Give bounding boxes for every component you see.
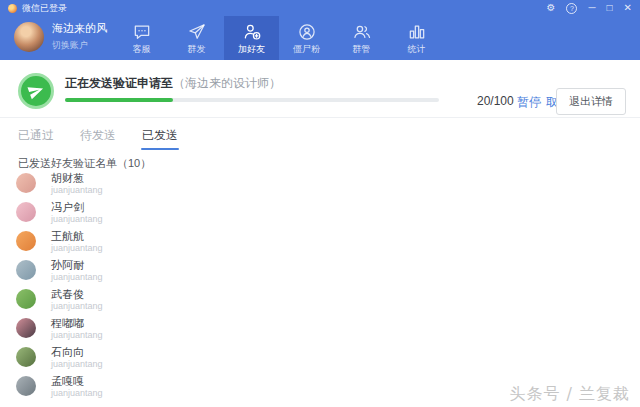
list-item-texts: 孙阿耐 juanjuantang xyxy=(51,259,103,282)
list-item-texts: 孟嘎嘎 juanjuantang xyxy=(51,375,103,398)
tabs-bar: 已通过 待发送 已发送 xyxy=(0,119,640,151)
chat-service-icon xyxy=(132,22,152,42)
statistics-icon xyxy=(407,22,427,42)
list-item-texts: 石向向 juanjuantang xyxy=(51,346,103,369)
add-friend-icon xyxy=(242,22,262,42)
window-controls: ⚙ ? ─ □ ✕ xyxy=(547,3,633,14)
list-item-name: 王航航 xyxy=(51,230,103,242)
main-nav: 客服 群发 加好友 僵尸粉 群管 统计 xyxy=(114,16,444,60)
list-item-name: 程嘟嘟 xyxy=(51,317,103,329)
list-item[interactable]: 石向向 juanjuantang xyxy=(0,346,640,375)
paper-plane-icon xyxy=(24,79,47,102)
minimize-button[interactable]: ─ xyxy=(588,3,595,13)
list-item-subtitle: juanjuantang xyxy=(51,186,103,195)
nav-label: 群发 xyxy=(188,45,206,54)
list-item[interactable]: 胡财葱 juanjuantang xyxy=(0,172,640,201)
list-item-avatar xyxy=(16,173,36,193)
tab-label: 已通过 xyxy=(18,127,54,144)
list-item[interactable]: 冯户剑 juanjuantang xyxy=(0,201,640,230)
list-item-name: 冯户剑 xyxy=(51,201,103,213)
close-button[interactable]: ✕ xyxy=(624,3,632,13)
user-avatar xyxy=(14,22,44,52)
list-item-subtitle: juanjuantang xyxy=(51,215,103,224)
progress-target-text: （海边来的设计师） xyxy=(173,76,281,90)
nav-label: 统计 xyxy=(408,45,426,54)
list-item-avatar xyxy=(16,289,36,309)
list-item-avatar xyxy=(16,347,36,367)
list-item-texts: 程嘟嘟 juanjuantang xyxy=(51,317,103,340)
list-item-subtitle: juanjuantang xyxy=(51,244,103,253)
user-texts: 海边来的风 切换账户 xyxy=(52,21,107,52)
app-title: 微信已登录 xyxy=(22,2,67,15)
group-manage-icon xyxy=(352,22,372,42)
list-item-texts: 武春俊 juanjuantang xyxy=(51,288,103,311)
progress-count: 20/100 xyxy=(477,94,514,108)
nav-item-add-friend[interactable]: 加好友 xyxy=(224,16,279,60)
list-item[interactable]: 王航航 juanjuantang xyxy=(0,230,640,259)
progress-section: 正在发送验证申请至（海边来的设计师） 20/100 暂停 取消 退出详情 xyxy=(0,60,640,118)
nav-item-mass-send[interactable]: 群发 xyxy=(169,16,224,60)
list-item-avatar xyxy=(16,318,36,338)
pause-link[interactable]: 暂停 xyxy=(517,94,541,111)
app-logo-icon xyxy=(8,4,17,13)
list-item-name: 孟嘎嘎 xyxy=(51,375,103,387)
tab-2[interactable]: 已发送 xyxy=(142,119,178,151)
list-item-name: 武春俊 xyxy=(51,288,103,300)
header-navbar: 海边来的风 切换账户 客服 群发 加好友 僵尸粉 群管 统计 xyxy=(0,16,640,60)
nav-item-zombie-fans[interactable]: 僵尸粉 xyxy=(279,16,334,60)
list-item-subtitle: juanjuantang xyxy=(51,360,103,369)
mass-send-icon xyxy=(187,22,207,42)
tab-label: 已发送 xyxy=(142,127,178,144)
tab-1[interactable]: 待发送 xyxy=(80,119,116,151)
app-window: 微信已登录 ⚙ ? ─ □ ✕ 海边来的风 切换账户 客服 群发 加好友 僵尸粉… xyxy=(0,0,640,407)
list-item-avatar xyxy=(16,376,36,396)
list-item-name: 石向向 xyxy=(51,346,103,358)
list-item-name: 孙阿耐 xyxy=(51,259,103,271)
progress-status-text: 正在发送验证申请至 xyxy=(65,76,173,90)
nav-label: 加好友 xyxy=(238,45,265,54)
list-item-avatar xyxy=(16,260,36,280)
list-item-name: 胡财葱 xyxy=(51,172,103,184)
progress-title: 正在发送验证申请至（海边来的设计师） xyxy=(65,75,281,92)
list-item-subtitle: juanjuantang xyxy=(51,302,103,311)
tab-label: 待发送 xyxy=(80,127,116,144)
sent-verification-list: 胡财葱 juanjuantang 冯户剑 juanjuantang 王航航 ju… xyxy=(0,172,640,407)
nav-item-group-manage[interactable]: 群管 xyxy=(334,16,389,60)
list-item-avatar xyxy=(16,202,36,222)
exit-details-button[interactable]: 退出详情 xyxy=(556,88,626,115)
user-account[interactable]: 海边来的风 切换账户 xyxy=(14,21,107,52)
nav-label: 僵尸粉 xyxy=(293,45,320,54)
help-button[interactable]: ? xyxy=(566,3,577,14)
list-item[interactable]: 孙阿耐 juanjuantang xyxy=(0,259,640,288)
list-item-subtitle: juanjuantang xyxy=(51,273,103,282)
list-item-texts: 胡财葱 juanjuantang xyxy=(51,172,103,195)
user-name: 海边来的风 xyxy=(52,21,107,36)
tab-0[interactable]: 已通过 xyxy=(18,119,54,151)
list-item-texts: 冯户剑 juanjuantang xyxy=(51,201,103,224)
switch-account-link[interactable]: 切换账户 xyxy=(52,39,107,52)
list-item-subtitle: juanjuantang xyxy=(51,331,103,340)
nav-item-chat-service[interactable]: 客服 xyxy=(114,16,169,60)
nav-label: 客服 xyxy=(133,45,151,54)
list-item[interactable]: 程嘟嘟 juanjuantang xyxy=(0,317,640,346)
titlebar: 微信已登录 ⚙ ? ─ □ ✕ xyxy=(0,0,640,16)
progress-bar-fill xyxy=(65,98,173,102)
list-item-subtitle: juanjuantang xyxy=(51,389,103,398)
settings-button[interactable]: ⚙ xyxy=(547,3,556,13)
maximize-button[interactable]: □ xyxy=(607,3,613,13)
list-item[interactable]: 武春俊 juanjuantang xyxy=(0,288,640,317)
sending-status-badge xyxy=(18,73,54,109)
progress-bar xyxy=(65,98,439,102)
zombie-fans-icon xyxy=(297,22,317,42)
nav-item-statistics[interactable]: 统计 xyxy=(389,16,444,60)
list-item-avatar xyxy=(16,231,36,251)
list-item-texts: 王航航 juanjuantang xyxy=(51,230,103,253)
nav-label: 群管 xyxy=(353,45,371,54)
watermark-text: 头条号 / 兰复裁 xyxy=(509,384,630,405)
list-title: 已发送好友验证名单（10） xyxy=(18,156,151,171)
